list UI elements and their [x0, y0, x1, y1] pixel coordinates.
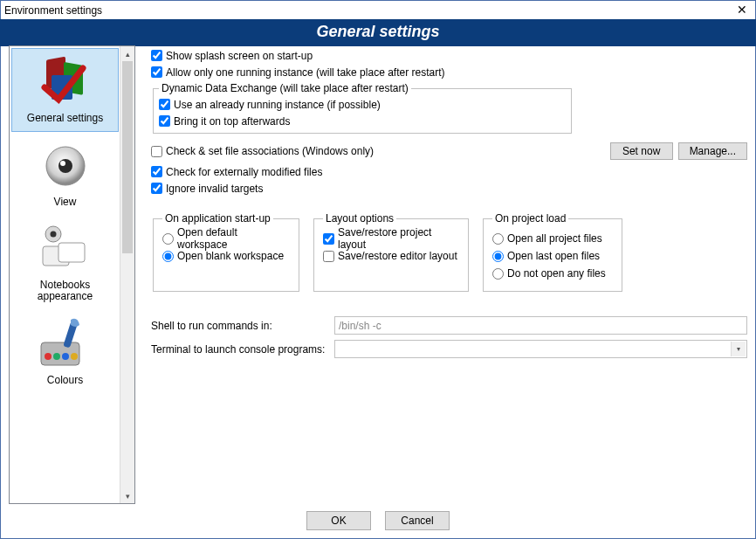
- svg-point-5: [60, 161, 65, 166]
- set-now-button[interactable]: Set now: [610, 142, 673, 160]
- dde-legend: Dynamic Data Exchange (will take place a…: [159, 82, 411, 94]
- eye-icon: [38, 138, 93, 194]
- open-all-project-files-radio[interactable]: [492, 233, 504, 245]
- window-title: Environment settings: [4, 4, 102, 17]
- open-all-project-files-label: Open all project files: [507, 232, 602, 245]
- sidebar-item-label: Colours: [14, 374, 116, 386]
- scrollbar-thumb[interactable]: [122, 61, 133, 253]
- open-default-workspace-label: Open default workspace: [177, 226, 290, 251]
- single-instance-checkbox[interactable]: [151, 66, 162, 78]
- save-editor-layout-label: Save/restore editor layout: [338, 250, 457, 262]
- show-splash-label: Show splash screen on start-up: [166, 50, 313, 62]
- use-running-instance-label: Use an already running instance (if poss…: [174, 99, 381, 111]
- terminal-combo[interactable]: ▾: [334, 340, 747, 358]
- category-sidebar: General settings: [9, 45, 135, 504]
- project-load-legend: On project load: [492, 212, 568, 225]
- sidebar-item-label: General settings: [14, 112, 116, 124]
- section-header-title: General settings: [316, 23, 439, 40]
- check-modified-files-label: Check for externally modified files: [166, 166, 322, 178]
- project-load-group: On project load Open all project files O…: [483, 212, 622, 292]
- show-splash-checkbox[interactable]: [151, 50, 162, 61]
- layout-legend: Layout options: [323, 212, 396, 225]
- save-project-layout-checkbox[interactable]: [323, 233, 334, 245]
- svg-point-14: [71, 353, 78, 360]
- sidebar-item-notebooks-appearance[interactable]: Notebooksappearance: [11, 216, 119, 310]
- single-instance-label: Allow only one running instance (will ta…: [166, 66, 445, 79]
- open-last-open-files-radio[interactable]: [492, 251, 504, 262]
- svg-point-4: [58, 159, 72, 173]
- cancel-button[interactable]: Cancel: [385, 511, 450, 530]
- sidebar-scrollbar[interactable]: ▴ ▾: [120, 46, 134, 503]
- terminal-label: Terminal to launch console programs:: [151, 343, 334, 356]
- sidebar-item-general-settings[interactable]: General settings: [11, 48, 119, 132]
- layout-group: Layout options Save/restore project layo…: [313, 212, 469, 292]
- svg-point-13: [62, 353, 69, 360]
- sidebar-item-label: Notebooksappearance: [14, 280, 116, 302]
- sidebar-item-colours[interactable]: Colours: [11, 310, 119, 394]
- scroll-up-icon[interactable]: ▴: [120, 46, 134, 61]
- scroll-down-icon[interactable]: ▾: [120, 488, 134, 503]
- chevron-down-icon[interactable]: ▾: [731, 342, 746, 356]
- shell-input[interactable]: [334, 316, 747, 335]
- do-not-open-files-radio[interactable]: [492, 268, 504, 280]
- check-file-assoc-label: Check & set file associations (Windows o…: [166, 145, 374, 157]
- ignore-invalid-targets-label: Ignore invalid targets: [166, 183, 263, 195]
- save-project-layout-label: Save/restore project layout: [338, 226, 459, 251]
- bring-on-top-label: Bring it on top afterwards: [174, 115, 290, 128]
- use-running-instance-checkbox[interactable]: [159, 99, 170, 110]
- palette-icon: [38, 316, 93, 372]
- section-header: General settings: [0, 19, 756, 46]
- do-not-open-files-label: Do not open any files: [507, 267, 606, 280]
- ignore-invalid-targets-checkbox[interactable]: [151, 183, 162, 194]
- ok-button[interactable]: OK: [306, 511, 371, 530]
- check-file-assoc-checkbox[interactable]: [151, 146, 162, 157]
- startup-group: On application start-up Open default wor…: [153, 212, 299, 292]
- sidebar-item-label: View: [14, 196, 116, 208]
- open-blank-workspace-radio[interactable]: [162, 251, 174, 262]
- open-default-workspace-radio[interactable]: [162, 233, 174, 245]
- open-last-open-files-label: Open last open files: [507, 250, 600, 262]
- titlebar: Environment settings ✕: [1, 1, 755, 20]
- svg-point-7: [50, 231, 56, 238]
- check-modified-files-checkbox[interactable]: [151, 166, 162, 177]
- dde-group: Dynamic Data Exchange (will take place a…: [153, 82, 572, 134]
- sidebar-item-view[interactable]: View: [11, 132, 119, 216]
- notebooks-icon: [38, 222, 93, 278]
- settings-content: Show splash screen on start-up Allow onl…: [135, 45, 747, 504]
- svg-point-12: [53, 353, 60, 360]
- close-icon: ✕: [737, 3, 747, 17]
- bring-on-top-checkbox[interactable]: [159, 115, 170, 127]
- svg-point-11: [45, 353, 52, 360]
- startup-legend: On application start-up: [162, 212, 273, 225]
- general-settings-icon: [38, 54, 93, 110]
- close-button[interactable]: ✕: [731, 1, 753, 18]
- dialog-buttons: OK Cancel: [0, 511, 756, 530]
- shell-label: Shell to run commands in:: [151, 320, 334, 332]
- svg-rect-9: [58, 243, 85, 262]
- manage-button[interactable]: Manage...: [678, 142, 747, 160]
- open-blank-workspace-label: Open blank workspace: [177, 250, 284, 262]
- save-editor-layout-checkbox[interactable]: [323, 251, 334, 262]
